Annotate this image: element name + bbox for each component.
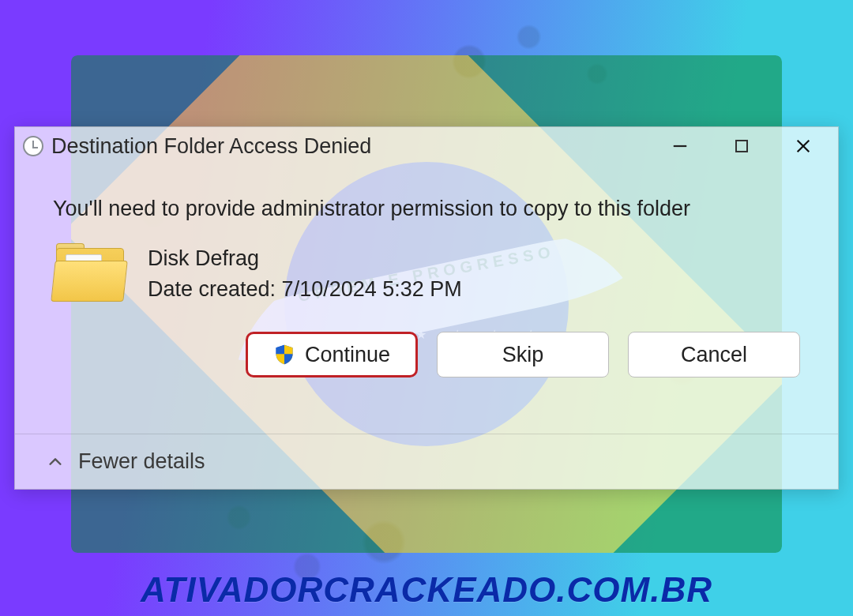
cancel-button[interactable]: Cancel [628, 332, 800, 377]
watermark-text: ATIVADORCRACKEADO.COM.BR [0, 570, 853, 610]
permission-message: You'll need to provide administrator per… [53, 197, 800, 221]
folder-name: Disk Defrag [148, 243, 462, 274]
window-controls [661, 130, 833, 162]
continue-label: Continue [305, 343, 390, 367]
folder-info: Disk Defrag Date created: 7/10/2024 5:32… [53, 243, 800, 305]
titlebar: Destination Folder Access Denied [15, 127, 838, 165]
window-title: Destination Folder Access Denied [51, 134, 661, 159]
skip-button[interactable]: Skip [437, 332, 609, 377]
folder-date: Date created: 7/10/2024 5:32 PM [148, 274, 462, 305]
minimize-button[interactable] [661, 130, 699, 162]
fewer-details-toggle[interactable]: Fewer details [78, 449, 205, 474]
maximize-button[interactable] [723, 130, 761, 162]
close-button[interactable] [784, 130, 822, 162]
chevron-up-icon [47, 453, 64, 471]
cancel-label: Cancel [681, 343, 747, 367]
uac-shield-icon [273, 344, 295, 366]
continue-button[interactable]: Continue [246, 332, 418, 377]
clock-icon [23, 136, 43, 156]
folder-icon [53, 243, 129, 305]
skip-label: Skip [502, 343, 544, 367]
access-denied-dialog: Destination Folder Access Denied You'll … [14, 126, 839, 490]
dialog-footer: Fewer details [15, 434, 838, 489]
dialog-buttons: Continue Skip Cancel [15, 305, 838, 377]
